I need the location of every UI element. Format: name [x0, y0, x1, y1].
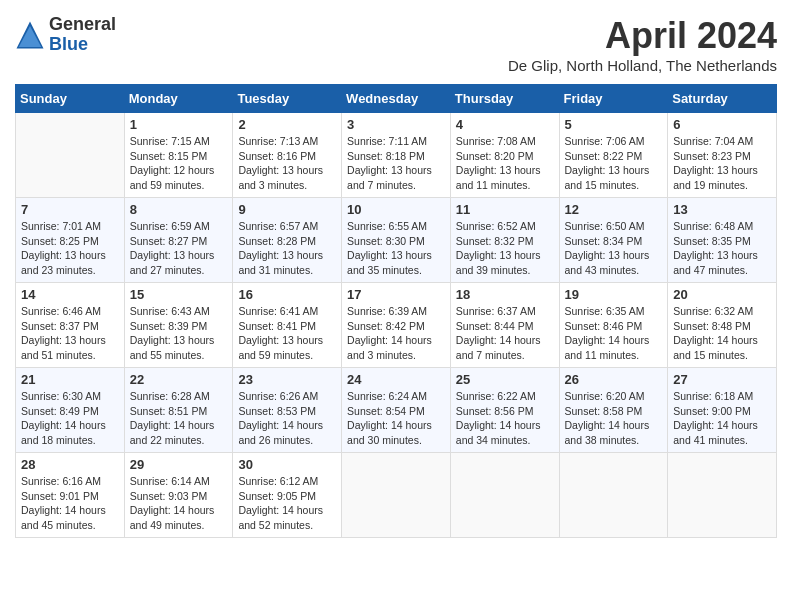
day-number: 27	[673, 372, 771, 387]
day-info: Sunrise: 6:16 AM Sunset: 9:01 PM Dayligh…	[21, 474, 119, 533]
calendar-cell: 28Sunrise: 6:16 AM Sunset: 9:01 PM Dayli…	[16, 453, 125, 538]
calendar-cell: 16Sunrise: 6:41 AM Sunset: 8:41 PM Dayli…	[233, 283, 342, 368]
day-number: 4	[456, 117, 554, 132]
header-tuesday: Tuesday	[233, 85, 342, 113]
day-number: 11	[456, 202, 554, 217]
day-number: 20	[673, 287, 771, 302]
calendar-cell: 29Sunrise: 6:14 AM Sunset: 9:03 PM Dayli…	[124, 453, 233, 538]
calendar-cell: 2Sunrise: 7:13 AM Sunset: 8:16 PM Daylig…	[233, 113, 342, 198]
calendar-cell: 10Sunrise: 6:55 AM Sunset: 8:30 PM Dayli…	[342, 198, 451, 283]
header-saturday: Saturday	[668, 85, 777, 113]
calendar-table: Sunday Monday Tuesday Wednesday Thursday…	[15, 84, 777, 538]
calendar-cell: 5Sunrise: 7:06 AM Sunset: 8:22 PM Daylig…	[559, 113, 668, 198]
calendar-week-row: 28Sunrise: 6:16 AM Sunset: 9:01 PM Dayli…	[16, 453, 777, 538]
day-info: Sunrise: 7:01 AM Sunset: 8:25 PM Dayligh…	[21, 219, 119, 278]
day-info: Sunrise: 7:15 AM Sunset: 8:15 PM Dayligh…	[130, 134, 228, 193]
calendar-cell: 8Sunrise: 6:59 AM Sunset: 8:27 PM Daylig…	[124, 198, 233, 283]
day-info: Sunrise: 6:43 AM Sunset: 8:39 PM Dayligh…	[130, 304, 228, 363]
day-number: 13	[673, 202, 771, 217]
day-info: Sunrise: 7:08 AM Sunset: 8:20 PM Dayligh…	[456, 134, 554, 193]
day-number: 12	[565, 202, 663, 217]
svg-marker-1	[19, 26, 42, 47]
calendar-cell: 14Sunrise: 6:46 AM Sunset: 8:37 PM Dayli…	[16, 283, 125, 368]
day-info: Sunrise: 6:48 AM Sunset: 8:35 PM Dayligh…	[673, 219, 771, 278]
header-wednesday: Wednesday	[342, 85, 451, 113]
month-title: April 2024	[508, 15, 777, 57]
day-info: Sunrise: 6:30 AM Sunset: 8:49 PM Dayligh…	[21, 389, 119, 448]
calendar-cell	[668, 453, 777, 538]
calendar-cell: 9Sunrise: 6:57 AM Sunset: 8:28 PM Daylig…	[233, 198, 342, 283]
day-info: Sunrise: 7:06 AM Sunset: 8:22 PM Dayligh…	[565, 134, 663, 193]
day-number: 23	[238, 372, 336, 387]
calendar-cell	[342, 453, 451, 538]
calendar-cell: 24Sunrise: 6:24 AM Sunset: 8:54 PM Dayli…	[342, 368, 451, 453]
calendar-cell: 19Sunrise: 6:35 AM Sunset: 8:46 PM Dayli…	[559, 283, 668, 368]
day-info: Sunrise: 6:20 AM Sunset: 8:58 PM Dayligh…	[565, 389, 663, 448]
day-number: 2	[238, 117, 336, 132]
day-info: Sunrise: 6:37 AM Sunset: 8:44 PM Dayligh…	[456, 304, 554, 363]
calendar-cell	[559, 453, 668, 538]
calendar-week-row: 1Sunrise: 7:15 AM Sunset: 8:15 PM Daylig…	[16, 113, 777, 198]
day-info: Sunrise: 6:52 AM Sunset: 8:32 PM Dayligh…	[456, 219, 554, 278]
day-number: 30	[238, 457, 336, 472]
logo: General Blue	[15, 15, 116, 55]
day-number: 6	[673, 117, 771, 132]
calendar-cell: 3Sunrise: 7:11 AM Sunset: 8:18 PM Daylig…	[342, 113, 451, 198]
calendar-week-row: 21Sunrise: 6:30 AM Sunset: 8:49 PM Dayli…	[16, 368, 777, 453]
location-text: De Glip, North Holland, The Netherlands	[508, 57, 777, 74]
title-block: April 2024 De Glip, North Holland, The N…	[508, 15, 777, 74]
header-sunday: Sunday	[16, 85, 125, 113]
calendar-cell: 26Sunrise: 6:20 AM Sunset: 8:58 PM Dayli…	[559, 368, 668, 453]
day-info: Sunrise: 6:28 AM Sunset: 8:51 PM Dayligh…	[130, 389, 228, 448]
day-number: 1	[130, 117, 228, 132]
calendar-cell	[16, 113, 125, 198]
day-number: 29	[130, 457, 228, 472]
day-number: 15	[130, 287, 228, 302]
calendar-cell: 1Sunrise: 7:15 AM Sunset: 8:15 PM Daylig…	[124, 113, 233, 198]
calendar-cell: 30Sunrise: 6:12 AM Sunset: 9:05 PM Dayli…	[233, 453, 342, 538]
calendar-cell: 23Sunrise: 6:26 AM Sunset: 8:53 PM Dayli…	[233, 368, 342, 453]
day-info: Sunrise: 6:46 AM Sunset: 8:37 PM Dayligh…	[21, 304, 119, 363]
day-number: 18	[456, 287, 554, 302]
header-monday: Monday	[124, 85, 233, 113]
day-info: Sunrise: 6:18 AM Sunset: 9:00 PM Dayligh…	[673, 389, 771, 448]
calendar-cell: 17Sunrise: 6:39 AM Sunset: 8:42 PM Dayli…	[342, 283, 451, 368]
day-info: Sunrise: 7:04 AM Sunset: 8:23 PM Dayligh…	[673, 134, 771, 193]
day-info: Sunrise: 6:26 AM Sunset: 8:53 PM Dayligh…	[238, 389, 336, 448]
calendar-cell: 20Sunrise: 6:32 AM Sunset: 8:48 PM Dayli…	[668, 283, 777, 368]
calendar-cell: 25Sunrise: 6:22 AM Sunset: 8:56 PM Dayli…	[450, 368, 559, 453]
day-info: Sunrise: 6:41 AM Sunset: 8:41 PM Dayligh…	[238, 304, 336, 363]
calendar-cell: 12Sunrise: 6:50 AM Sunset: 8:34 PM Dayli…	[559, 198, 668, 283]
calendar-header-row: Sunday Monday Tuesday Wednesday Thursday…	[16, 85, 777, 113]
calendar-cell: 22Sunrise: 6:28 AM Sunset: 8:51 PM Dayli…	[124, 368, 233, 453]
calendar-cell: 18Sunrise: 6:37 AM Sunset: 8:44 PM Dayli…	[450, 283, 559, 368]
calendar-week-row: 14Sunrise: 6:46 AM Sunset: 8:37 PM Dayli…	[16, 283, 777, 368]
day-info: Sunrise: 6:32 AM Sunset: 8:48 PM Dayligh…	[673, 304, 771, 363]
calendar-cell: 6Sunrise: 7:04 AM Sunset: 8:23 PM Daylig…	[668, 113, 777, 198]
calendar-cell: 11Sunrise: 6:52 AM Sunset: 8:32 PM Dayli…	[450, 198, 559, 283]
day-number: 7	[21, 202, 119, 217]
page-header: General Blue April 2024 De Glip, North H…	[15, 15, 777, 74]
calendar-cell: 4Sunrise: 7:08 AM Sunset: 8:20 PM Daylig…	[450, 113, 559, 198]
day-info: Sunrise: 6:24 AM Sunset: 8:54 PM Dayligh…	[347, 389, 445, 448]
day-number: 25	[456, 372, 554, 387]
calendar-cell: 21Sunrise: 6:30 AM Sunset: 8:49 PM Dayli…	[16, 368, 125, 453]
header-friday: Friday	[559, 85, 668, 113]
day-info: Sunrise: 7:13 AM Sunset: 8:16 PM Dayligh…	[238, 134, 336, 193]
day-info: Sunrise: 6:55 AM Sunset: 8:30 PM Dayligh…	[347, 219, 445, 278]
day-info: Sunrise: 6:59 AM Sunset: 8:27 PM Dayligh…	[130, 219, 228, 278]
day-info: Sunrise: 6:35 AM Sunset: 8:46 PM Dayligh…	[565, 304, 663, 363]
logo-blue-text: Blue	[49, 35, 116, 55]
calendar-week-row: 7Sunrise: 7:01 AM Sunset: 8:25 PM Daylig…	[16, 198, 777, 283]
day-number: 24	[347, 372, 445, 387]
day-number: 19	[565, 287, 663, 302]
day-number: 21	[21, 372, 119, 387]
calendar-cell: 15Sunrise: 6:43 AM Sunset: 8:39 PM Dayli…	[124, 283, 233, 368]
day-number: 26	[565, 372, 663, 387]
logo-icon	[15, 20, 45, 50]
day-info: Sunrise: 6:22 AM Sunset: 8:56 PM Dayligh…	[456, 389, 554, 448]
day-number: 28	[21, 457, 119, 472]
day-number: 22	[130, 372, 228, 387]
day-number: 16	[238, 287, 336, 302]
day-info: Sunrise: 7:11 AM Sunset: 8:18 PM Dayligh…	[347, 134, 445, 193]
